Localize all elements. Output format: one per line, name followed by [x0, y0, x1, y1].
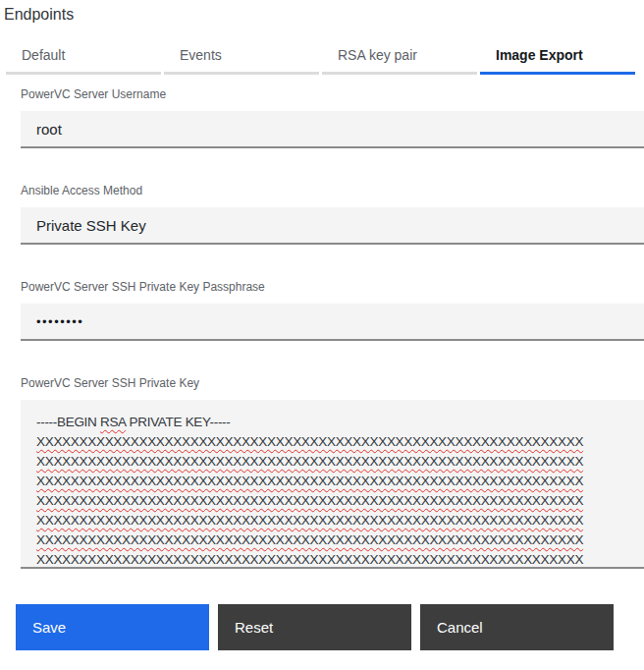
ssh-private-key-textarea[interactable]: -----BEGIN RSA PRIVATE KEY----- XXXXXXXX…: [21, 400, 644, 569]
ssh-private-key-label: PowerVC Server SSH Private Key: [21, 376, 644, 390]
form-actions: Save Reset Cancel: [16, 604, 614, 650]
key-line: XXXXXXXXXXXXXXXXXXXXXXXXXXXXXXXXXXXXXXXX…: [36, 472, 628, 491]
field-powervc-username: PowerVC Server Username root: [21, 87, 644, 148]
tab-events[interactable]: Events: [164, 38, 319, 75]
image-export-form: PowerVC Server Username root Ansible Acc…: [21, 87, 644, 569]
cancel-button[interactable]: Cancel: [420, 604, 614, 650]
ssh-key-passphrase-input[interactable]: ••••••••: [21, 304, 644, 341]
key-line: XXXXXXXXXXXXXXXXXXXXXXXXXXXXXXXXXXXXXXXX…: [36, 432, 628, 452]
tab-image-export[interactable]: Image Export: [480, 38, 635, 75]
reset-button[interactable]: Reset: [218, 604, 411, 650]
field-ssh-private-key: PowerVC Server SSH Private Key -----BEGI…: [21, 376, 644, 569]
page-title: Endpoints: [4, 5, 644, 25]
misspelled-word: RSA: [100, 415, 126, 429]
key-line: XXXXXXXXXXXXXXXXXXXXXXXXXXXXXXXXXXXXXXXX…: [36, 491, 628, 511]
ansible-access-method-label: Ansible Access Method: [21, 184, 644, 197]
key-header-line: -----BEGIN RSA PRIVATE KEY-----: [36, 413, 628, 432]
key-line: XXXXXXXXXXXXXXXXXXXXXXXXXXXXXXXXXXXXXXXX…: [36, 550, 628, 569]
powervc-username-label: PowerVC Server Username: [21, 87, 644, 101]
key-line: XXXXXXXXXXXXXXXXXXXXXXXXXXXXXXXXXXXXXXXX…: [36, 530, 628, 550]
tab-bar: Default Events RSA key pair Image Export: [6, 38, 635, 75]
key-line: XXXXXXXXXXXXXXXXXXXXXXXXXXXXXXXXXXXXXXXX…: [36, 452, 628, 472]
field-ansible-access-method: Ansible Access Method Private SSH Key: [21, 184, 644, 245]
ansible-access-method-input[interactable]: Private SSH Key: [21, 207, 644, 245]
ssh-key-passphrase-label: PowerVC Server SSH Private Key Passphras…: [21, 280, 644, 294]
tab-default[interactable]: Default: [6, 38, 161, 75]
field-ssh-key-passphrase: PowerVC Server SSH Private Key Passphras…: [21, 280, 644, 341]
powervc-username-input[interactable]: root: [21, 111, 644, 148]
key-line: XXXXXXXXXXXXXXXXXXXXXXXXXXXXXXXXXXXXXXXX…: [36, 511, 628, 530]
tab-rsa-key-pair[interactable]: RSA key pair: [322, 38, 477, 75]
save-button[interactable]: Save: [16, 604, 209, 650]
